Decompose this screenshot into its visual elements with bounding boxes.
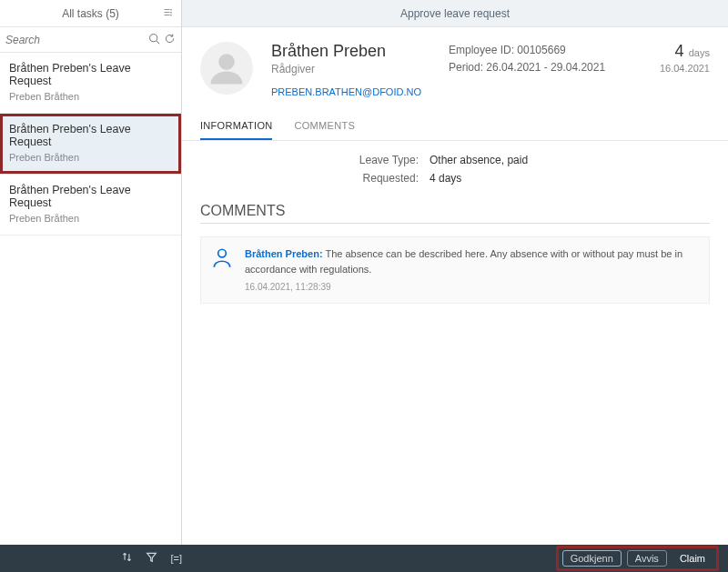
search-input[interactable] xyxy=(5,34,145,46)
requested-label: Requested: xyxy=(200,172,419,185)
info-section: Leave Type: Other absence, paid Requeste… xyxy=(182,141,728,203)
svg-point-1 xyxy=(170,12,172,14)
footer-bar: [=] Godkjenn Avvis Claim xyxy=(0,545,728,572)
days-summary: 4 days 16.04.2021 xyxy=(660,42,710,74)
leave-type-label: Leave Type: xyxy=(200,154,419,166)
svg-point-6 xyxy=(218,249,227,257)
svg-point-3 xyxy=(150,34,157,41)
employee-period: Period: 26.04.2021 - 29.04.2021 xyxy=(449,59,605,76)
svg-point-0 xyxy=(170,9,172,11)
tab-bar: INFORMATION COMMENTS xyxy=(182,113,728,141)
task-item[interactable]: Bråthen Preben's Leave Request Preben Br… xyxy=(0,114,181,175)
sidebar-header: All tasks (5) xyxy=(0,0,181,27)
task-list: Bråthen Preben's Leave Request Preben Br… xyxy=(0,53,181,545)
avatar xyxy=(200,42,253,95)
page-title: Approve leave request xyxy=(182,0,728,27)
employee-role: Rådgiver xyxy=(271,63,421,75)
task-item-sub: Preben Bråthen xyxy=(9,91,172,102)
refresh-icon[interactable] xyxy=(164,33,176,47)
search-bar xyxy=(0,27,181,53)
search-icon[interactable] xyxy=(148,33,160,47)
action-buttons: Godkjenn Avvis Claim xyxy=(556,546,719,571)
tab-information[interactable]: INFORMATION xyxy=(200,113,272,140)
tab-comments[interactable]: COMMENTS xyxy=(294,113,355,140)
task-item-title: Bråthen Preben's Leave Request xyxy=(9,184,172,209)
comment-date: 16.04.2021, 11:28:39 xyxy=(245,280,700,294)
request-date: 16.04.2021 xyxy=(660,63,710,74)
employee-id: Employee ID: 00105669 xyxy=(449,42,605,59)
svg-point-5 xyxy=(218,54,235,70)
claim-button[interactable]: Claim xyxy=(672,550,713,567)
content-area: Approve leave request Bråthen Preben Råd… xyxy=(182,0,728,545)
task-item[interactable]: Bråthen Preben's Leave Request Preben Br… xyxy=(0,175,181,236)
filter-icon[interactable] xyxy=(146,551,157,566)
sidebar-title: All tasks (5) xyxy=(62,7,119,20)
employee-email[interactable]: PREBEN.BRATHEN@DFOID.NO xyxy=(271,86,421,97)
comments-section: COMMENTS Bråthen Preben: The absence can… xyxy=(182,203,728,322)
svg-point-2 xyxy=(170,15,172,16)
task-item[interactable]: Bråthen Preben's Leave Request Preben Br… xyxy=(0,53,181,114)
comment-author: Bråthen Preben: xyxy=(245,248,323,259)
days-unit: days xyxy=(689,47,710,58)
task-item-sub: Preben Bråthen xyxy=(9,213,172,224)
employee-header: Bråthen Preben Rådgiver PREBEN.BRATHEN@D… xyxy=(182,27,728,107)
person-icon xyxy=(210,246,234,294)
reject-button[interactable]: Avvis xyxy=(627,550,667,567)
settings-icon[interactable] xyxy=(163,7,174,21)
task-item-sub: Preben Bråthen xyxy=(9,152,172,163)
comment-item: Bråthen Preben: The absence can be descr… xyxy=(200,236,710,304)
requested-value: 4 days xyxy=(430,172,461,185)
sort-icon[interactable] xyxy=(121,551,133,566)
employee-name: Bråthen Preben xyxy=(271,42,421,61)
task-item-title: Bråthen Preben's Leave Request xyxy=(9,62,172,87)
svg-line-4 xyxy=(157,40,159,43)
leave-type-value: Other absence, paid xyxy=(430,154,528,166)
days-number: 4 xyxy=(674,42,683,60)
approve-button[interactable]: Godkjenn xyxy=(562,550,622,567)
task-item-title: Bråthen Preben's Leave Request xyxy=(9,123,172,148)
comments-heading: COMMENTS xyxy=(200,203,710,224)
sidebar: All tasks (5) Bråthen Preben's Leave Req… xyxy=(0,0,182,545)
group-icon[interactable]: [=] xyxy=(170,553,182,564)
